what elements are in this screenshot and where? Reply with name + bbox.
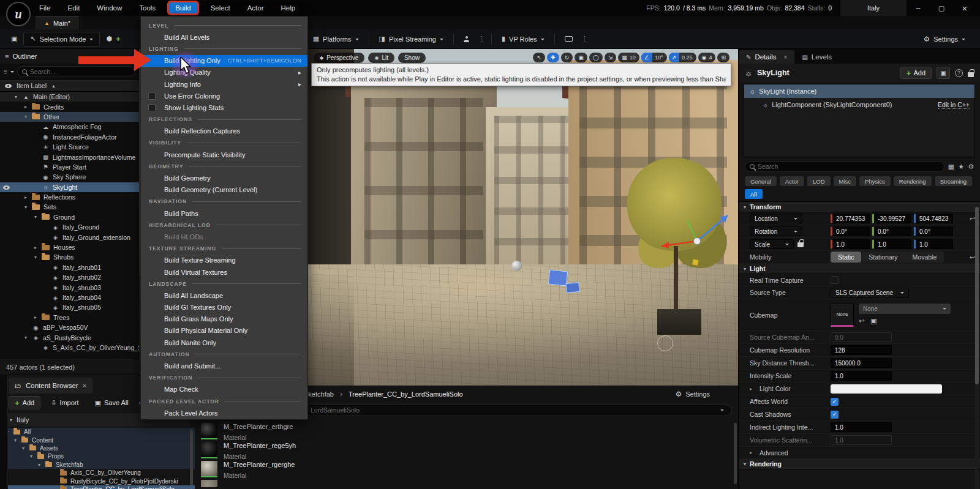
reset-icon[interactable]: ↩ xyxy=(970,253,975,261)
real-time-capture-checkbox[interactable] xyxy=(831,276,839,284)
expand-arrow-icon[interactable]: ▾ xyxy=(30,454,37,459)
folder-row[interactable]: Axis_CC_by_OliverYeung xyxy=(0,469,195,477)
folder-row[interactable]: ▾ Props xyxy=(0,452,195,460)
build-menu-row[interactable]: GEOMETRY xyxy=(141,160,307,172)
menubar-item[interactable]: Build xyxy=(169,2,197,13)
folder-row[interactable]: TreePlanter_CC_by_LordSamueliSolo xyxy=(0,485,195,489)
scale-z-field[interactable]: 1.0 xyxy=(914,239,953,249)
close-icon[interactable]: × xyxy=(83,382,86,389)
build-menu-row[interactable]: Lighting Info xyxy=(141,78,307,90)
sky-distance-field[interactable]: 150000.0 xyxy=(831,358,892,368)
perspective-dropdown[interactable]: ◆Perspective xyxy=(314,53,364,63)
outliner-search[interactable] xyxy=(17,66,135,77)
world-space-icon[interactable]: ◯ xyxy=(589,53,603,62)
outliner-row[interactable]: ▾ Sets xyxy=(0,202,139,212)
pixel-streaming-dropdown[interactable]: ◨ Pixel Streaming xyxy=(373,32,450,47)
build-menu-row[interactable]: HIERARCHICAL LOD xyxy=(141,219,307,231)
source-type-dropdown[interactable]: SLS Captured Scene xyxy=(831,288,909,298)
close-button[interactable] xyxy=(953,1,976,15)
scale-lock-icon[interactable] xyxy=(797,242,804,247)
expand-arrow-icon[interactable]: ▾ xyxy=(24,335,31,340)
folder-row[interactable]: ▾ Content xyxy=(0,436,195,444)
filter-chip[interactable]: LOD xyxy=(807,176,831,186)
checkbox[interactable] xyxy=(148,92,156,100)
menubar-item[interactable]: Tools xyxy=(135,2,159,13)
filter-chip[interactable]: General xyxy=(745,176,777,186)
move-tool-icon[interactable]: ✚ xyxy=(547,53,559,62)
build-menu-row[interactable]: Use Error Coloring xyxy=(141,90,307,102)
build-menu-row[interactable]: Build and Submit... xyxy=(141,360,307,371)
build-menu-row[interactable]: LANDSCAPE xyxy=(141,278,307,289)
breadcrumb-current[interactable]: TreePlanter_CC_by_LordSamueliSolo xyxy=(349,390,463,398)
surface-snap-icon[interactable]: ⇲ xyxy=(605,53,617,62)
import-button[interactable]: ⇩Import xyxy=(45,396,84,409)
rotation-y-field[interactable]: 0.0° xyxy=(872,226,911,236)
details-search[interactable] xyxy=(745,162,944,172)
minimize-button[interactable] xyxy=(907,1,930,15)
transform-gizmo[interactable] xyxy=(654,209,734,271)
outliner-row[interactable]: ☁ Atmospheric Fog xyxy=(0,122,139,132)
outliner-row[interactable]: ▾ ▲ Main (Editor) xyxy=(0,92,139,102)
outliner-row[interactable]: ◈ Italy_shrub05 xyxy=(0,302,139,312)
expand-arrow-icon[interactable]: ▾ xyxy=(14,438,21,443)
filter-chip[interactable]: Misc xyxy=(834,176,857,186)
build-menu-row[interactable]: AUTOMATION xyxy=(141,348,307,360)
section-rendering[interactable]: ▾Rendering xyxy=(739,459,980,469)
display-options-icon[interactable]: ▦ xyxy=(948,163,954,171)
build-menu-row[interactable]: Map Check xyxy=(141,384,307,395)
outliner-row[interactable]: ◈ Italy_shrub01 xyxy=(0,263,139,272)
folder-row[interactable]: ▾ All xyxy=(0,428,195,436)
build-menu-row[interactable]: Build Geometry (Current Level) xyxy=(141,184,307,196)
rotation-dropdown[interactable]: Rotation xyxy=(750,226,802,236)
filter-chip[interactable]: Actor xyxy=(780,176,804,186)
component-row-lightcomponent[interactable]: ☼ LightComponent (SkyLightComponent0) Ed… xyxy=(744,98,974,111)
camera-speed-control[interactable]: ◉4 xyxy=(698,53,716,62)
outliner-row[interactable]: ⚑ Player Start xyxy=(0,162,139,172)
lock-icon[interactable] xyxy=(968,72,974,77)
build-menu-row[interactable]: VERIFICATION xyxy=(141,372,307,384)
outliner-row[interactable]: ◈ S_Axis_CC_by_OliverYeung_S xyxy=(0,343,139,353)
outliner-row[interactable]: ◈ Italy_shrub03 xyxy=(0,282,139,292)
outliner-row[interactable]: ☼ SkyLight xyxy=(0,182,139,192)
save-button[interactable]: ▣ xyxy=(5,32,23,47)
selection-mode-dropdown[interactable]: ↖ Selection Mode xyxy=(23,32,100,47)
expand-arrow-icon[interactable]: ▾ xyxy=(22,446,29,451)
scale-x-field[interactable]: 1.0 xyxy=(831,239,870,249)
section-advanced[interactable]: ▸Advanced xyxy=(739,447,980,459)
tree-scrollbar[interactable] xyxy=(190,429,193,485)
maximize-viewport-icon[interactable]: ⊞ xyxy=(717,53,729,62)
cubemap-resolution-field[interactable]: 128 xyxy=(831,345,892,355)
expand-arrow-icon[interactable]: ▸ xyxy=(24,104,31,110)
grid-snap-toggle[interactable]: ▦10 xyxy=(618,53,639,62)
menubar-item[interactable]: Edit xyxy=(64,2,84,13)
scale-snap-toggle[interactable]: ↗0.25 xyxy=(669,53,696,62)
outliner-row[interactable]: ◉ InstancedFoliageActor xyxy=(0,132,139,142)
edit-in-cpp-link[interactable]: Edit in C++ xyxy=(938,101,970,109)
asset-item[interactable]: M_TreePlanter_rgerghe Material xyxy=(201,460,738,479)
section-light[interactable]: ▾Light xyxy=(739,264,980,274)
asset-item[interactable]: M_TreePlanter_erthgre Material xyxy=(201,422,738,441)
indirect-lighting-field[interactable]: 1.0 xyxy=(831,422,892,432)
scale-tool-icon[interactable]: ▣ xyxy=(575,53,587,62)
mobility-movable-button[interactable]: Movable xyxy=(905,252,944,263)
filter-icon[interactable]: ≡ xyxy=(4,69,7,75)
maximize-button[interactable] xyxy=(930,1,953,15)
expand-arrow-icon[interactable]: ▾ xyxy=(24,114,31,119)
build-menu-row[interactable]: Build Lighting Only CTRL+SHIFT+SEMICOLON xyxy=(141,55,307,67)
build-menu-row[interactable]: Lighting Quality xyxy=(141,67,307,78)
add-actor-button[interactable]: ⬢+ xyxy=(100,32,126,47)
folder-row[interactable]: RustyBicycle_CC_by_PiotrPjotDyderski xyxy=(0,477,195,485)
scale-dropdown[interactable]: Scale xyxy=(750,239,794,249)
settings-dropdown[interactable]: ⚙ Settings xyxy=(917,32,971,47)
build-menu-row[interactable]: Build Nanite Only xyxy=(141,337,307,348)
build-menu-row[interactable]: REFLECTIONS xyxy=(141,114,307,125)
visibility-eye-icon[interactable] xyxy=(3,185,10,190)
project-tab[interactable]: Italy xyxy=(840,0,907,16)
outliner-row[interactable]: ▾ ◈ aS_RustyBicycle xyxy=(0,332,139,342)
help-icon[interactable] xyxy=(955,69,963,77)
outliner-column-header[interactable]: Item Label xyxy=(0,80,139,92)
filter-chip[interactable]: Physics xyxy=(859,176,891,186)
content-browser-settings-button[interactable]: ⚙ Settings xyxy=(675,390,710,398)
section-transform[interactable]: ▾Transform xyxy=(739,202,980,212)
expand-arrow-icon[interactable]: ▸ xyxy=(24,195,31,200)
